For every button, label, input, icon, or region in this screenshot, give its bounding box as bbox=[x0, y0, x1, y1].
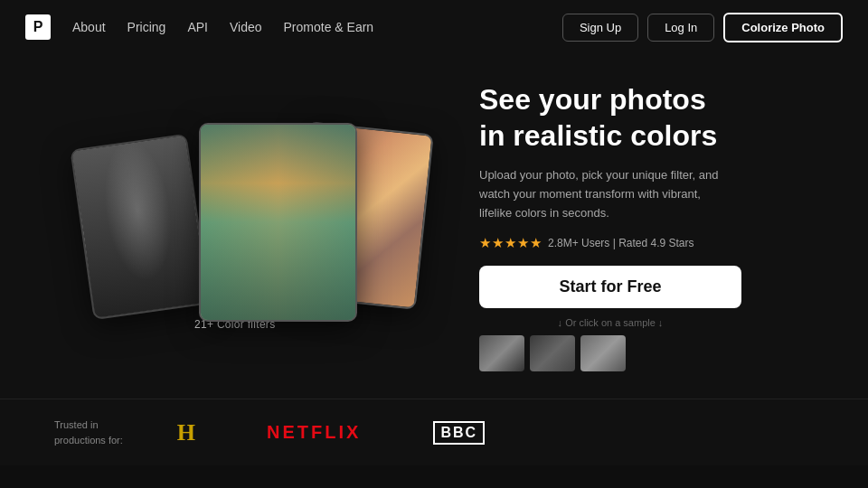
nav-about[interactable]: About bbox=[72, 20, 106, 34]
nav-api[interactable]: API bbox=[187, 20, 208, 34]
sample-thumb-3[interactable] bbox=[580, 335, 626, 371]
colorized-figure bbox=[201, 125, 355, 320]
main-photo-card bbox=[199, 123, 357, 322]
start-free-button[interactable]: Start for Free bbox=[479, 266, 741, 308]
testimonial-1: “Remarkably accurate” - Kevin Kelly, Fou… bbox=[36, 483, 289, 488]
trusted-label: Trusted in productions for: bbox=[54, 418, 123, 447]
netflix-logo: NETFLIX bbox=[267, 422, 361, 443]
trusted-section: Trusted in productions for: H NETFLIX BB… bbox=[0, 399, 868, 465]
hero-title-line1: See your photos bbox=[479, 83, 706, 116]
photo-area: ↗ 21+ Color filters bbox=[54, 114, 443, 331]
hero-text: See your photos in realistic colors Uplo… bbox=[479, 72, 814, 371]
colorize-button[interactable]: Colorize Photo bbox=[723, 13, 843, 42]
stars: ★★★★★ bbox=[479, 235, 542, 251]
brand-logos: H NETFLIX BBC bbox=[177, 419, 814, 446]
testimonial-2: “World’s best AI to color B&W photos” - … bbox=[307, 483, 561, 488]
nav-video[interactable]: Video bbox=[230, 20, 262, 34]
bw-photo-card bbox=[70, 134, 210, 320]
rating-row: ★★★★★ 2.8M+ Users | Rated 4.9 Stars bbox=[479, 235, 814, 251]
bw-figure bbox=[72, 136, 209, 318]
rating-text: 2.8M+ Users | Rated 4.9 Stars bbox=[548, 237, 694, 249]
signup-button[interactable]: Sign Up bbox=[562, 14, 638, 42]
nav-promote[interactable]: Promote & Earn bbox=[284, 20, 374, 34]
hero-title: See your photos in realistic colors bbox=[479, 81, 814, 154]
sample-thumbnails bbox=[479, 335, 741, 371]
bbc-logo: BBC bbox=[433, 421, 485, 445]
or-sample-text: ↓ Or click on a sample ↓ bbox=[479, 317, 741, 328]
nav-pricing[interactable]: Pricing bbox=[127, 20, 166, 34]
hero-description: Upload your photo, pick your unique filt… bbox=[479, 166, 732, 222]
navbar: P About Pricing API Video Promote & Earn… bbox=[0, 0, 868, 54]
login-button[interactable]: Log In bbox=[647, 14, 714, 42]
hero-title-line2: in realistic colors bbox=[479, 119, 717, 152]
testimonials-section: “Remarkably accurate” - Kevin Kelly, Fou… bbox=[0, 465, 868, 488]
testimonial-3: “In a league of its own” - Bycloud, AI E… bbox=[579, 483, 832, 488]
history-channel-logo: H bbox=[177, 419, 194, 446]
logo[interactable]: P bbox=[25, 14, 51, 40]
nav-links: About Pricing API Video Promote & Earn bbox=[72, 20, 562, 34]
sample-thumb-2[interactable] bbox=[530, 335, 575, 371]
nav-actions: Sign Up Log In Colorize Photo bbox=[562, 13, 843, 42]
sample-thumb-1[interactable] bbox=[479, 335, 524, 371]
hero-section: ↗ 21+ Color filters See your photos in r… bbox=[0, 54, 868, 399]
